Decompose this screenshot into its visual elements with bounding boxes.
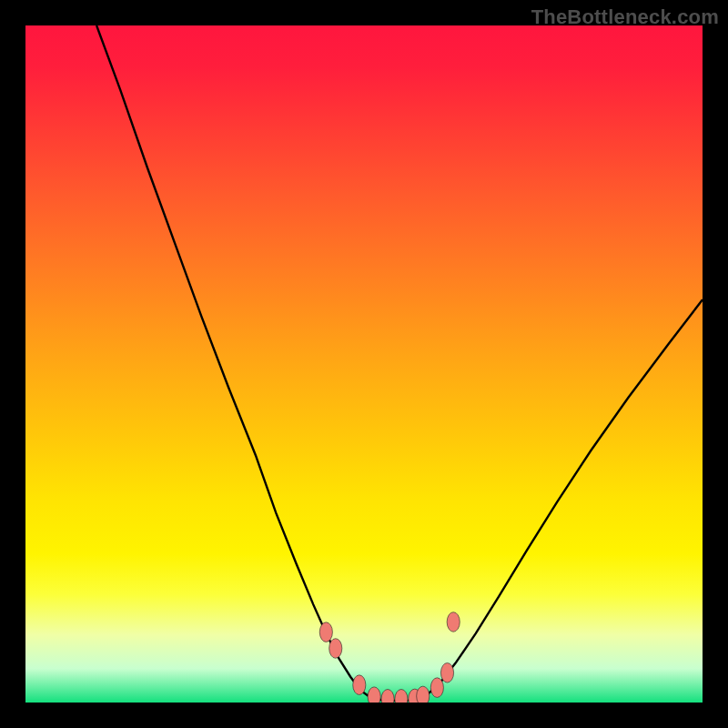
- marker-dot: [430, 678, 443, 698]
- chart-frame: TheBottleneck.com: [0, 0, 728, 728]
- marker-group: [319, 612, 460, 703]
- marker-dot: [329, 639, 342, 659]
- curve-left-branch: [96, 25, 370, 698]
- marker-dot: [353, 675, 366, 695]
- curve-right-branch: [425, 299, 703, 696]
- marker-dot: [395, 689, 408, 703]
- watermark-text: TheBottleneck.com: [531, 5, 719, 29]
- marker-dot: [368, 687, 380, 703]
- chart-gradient-area: [25, 25, 703, 703]
- marker-dot: [440, 662, 453, 682]
- marker-dot: [381, 689, 394, 703]
- chart-svg: [25, 25, 703, 703]
- marker-dot: [447, 612, 460, 632]
- marker-dot: [417, 686, 430, 703]
- marker-dot: [319, 622, 332, 642]
